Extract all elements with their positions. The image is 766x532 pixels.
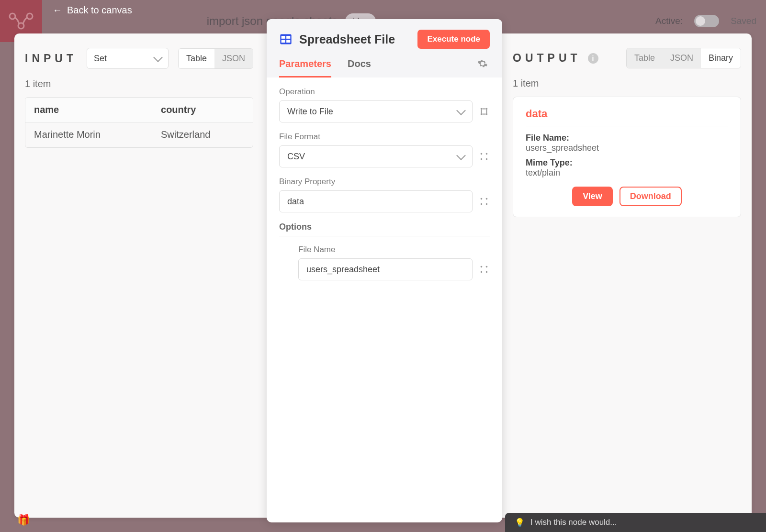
output-view-json[interactable]: JSON	[663, 48, 701, 68]
output-data-card: data File Name: users_spreadsheet Mime T…	[513, 97, 741, 217]
execute-node-button[interactable]: Execute node	[417, 30, 490, 49]
field-options-icon[interactable]	[478, 196, 490, 207]
input-view-table[interactable]: Table	[179, 49, 214, 68]
active-toggle[interactable]	[694, 15, 719, 27]
svg-point-16	[481, 198, 483, 200]
spreadsheet-icon	[279, 33, 293, 46]
tab-parameters[interactable]: Parameters	[279, 58, 331, 78]
mimetype-label: Mime Type:	[526, 158, 728, 168]
svg-rect-6	[282, 40, 285, 43]
filename-label: File Name:	[526, 133, 728, 143]
svg-point-20	[481, 266, 483, 268]
operation-select[interactable]: Write to File	[279, 100, 473, 122]
svg-point-22	[481, 271, 483, 273]
saved-status: Saved	[731, 16, 756, 26]
feedback-bar[interactable]: 💡 I wish this node would...	[505, 513, 766, 532]
svg-point-8	[481, 108, 483, 110]
svg-point-12	[481, 153, 483, 155]
binary-property-input[interactable]	[279, 190, 473, 212]
svg-point-0	[10, 13, 15, 19]
tab-docs[interactable]: Docs	[348, 58, 371, 78]
download-button[interactable]: Download	[620, 187, 682, 206]
node-title: Spreadsheet File	[299, 33, 411, 46]
gift-icon[interactable]: 🎁	[17, 514, 30, 526]
operation-label: Operation	[279, 87, 490, 97]
svg-point-21	[486, 266, 488, 268]
svg-point-13	[486, 153, 488, 155]
svg-point-17	[486, 198, 488, 200]
binary-key-title: data	[526, 108, 728, 126]
input-items-count: 1 item	[25, 78, 253, 89]
binary-label: Binary Property	[279, 177, 490, 187]
lightbulb-icon: 💡	[515, 518, 525, 528]
table-row[interactable]: Marinette Morin Switzerland	[25, 122, 253, 147]
arrow-left-icon: ←	[53, 5, 62, 16]
chevron-down-icon	[456, 151, 466, 160]
field-options-icon[interactable]	[478, 151, 490, 162]
output-title: OUTPUT	[513, 52, 581, 65]
filename-label: File Name	[298, 245, 490, 255]
input-source-select[interactable]: Set	[87, 48, 169, 69]
input-view-json[interactable]: JSON	[214, 49, 253, 68]
filename-value: users_spreadsheet	[526, 143, 728, 153]
svg-point-10	[481, 113, 483, 115]
field-options-icon[interactable]	[478, 106, 490, 117]
svg-rect-3	[280, 34, 291, 44]
svg-point-19	[486, 203, 488, 205]
info-icon[interactable]: i	[588, 53, 598, 64]
input-panel: INPUT Set Table JSON 1 item name country…	[14, 33, 259, 518]
format-label: File Format	[279, 132, 490, 142]
svg-point-14	[481, 158, 483, 160]
chevron-down-icon	[456, 106, 466, 115]
output-view-table[interactable]: Table	[627, 48, 663, 68]
svg-rect-4	[282, 36, 285, 39]
node-config-panel: Spreadsheet File Execute node Parameters…	[267, 19, 502, 522]
back-label: Back to canvas	[67, 5, 132, 16]
filename-input[interactable]	[298, 258, 473, 280]
svg-point-18	[481, 203, 483, 205]
svg-point-23	[486, 271, 488, 273]
svg-point-15	[486, 158, 488, 160]
svg-point-9	[486, 108, 488, 110]
col-name: name	[25, 98, 152, 122]
format-select[interactable]: CSV	[279, 145, 473, 167]
output-items-count: 1 item	[513, 78, 741, 89]
field-options-icon[interactable]	[478, 264, 490, 275]
node-settings-icon[interactable]	[477, 58, 488, 78]
svg-rect-7	[286, 40, 290, 43]
active-label: Active:	[655, 16, 683, 26]
mimetype-value: text/plain	[526, 168, 728, 178]
svg-point-11	[486, 113, 488, 115]
back-to-canvas-link[interactable]: ← Back to canvas	[53, 5, 132, 16]
svg-point-1	[27, 13, 33, 19]
output-view-binary[interactable]: Binary	[701, 48, 741, 68]
options-header: Options	[279, 222, 490, 236]
svg-rect-5	[286, 36, 290, 39]
input-table: name country Marinette Morin Switzerland	[25, 97, 253, 148]
view-button[interactable]: View	[572, 187, 613, 206]
input-title: INPUT	[25, 52, 77, 65]
chevron-down-icon	[153, 53, 163, 62]
col-country: country	[152, 98, 253, 122]
